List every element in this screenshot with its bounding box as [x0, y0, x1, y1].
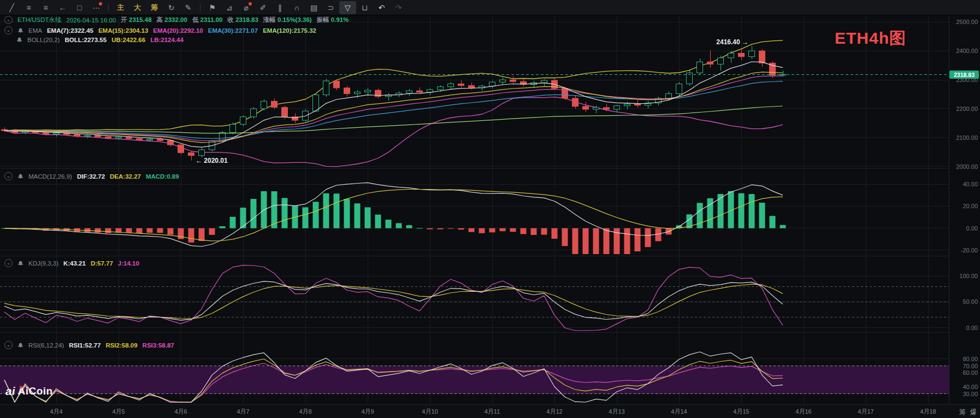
trash-icon[interactable]: ⊔	[356, 1, 373, 14]
axis-tick-label: 20.00	[963, 203, 978, 209]
open-value: 开 2315.48	[121, 16, 151, 24]
axis-tick-label: 2500.00	[956, 19, 978, 25]
draw-line-icon[interactable]: ╱	[3, 1, 20, 14]
date-label: 4月5	[112, 408, 125, 416]
corner-toggles: 筹 爆	[959, 408, 977, 417]
axis-tick-label: 40.00	[963, 181, 978, 187]
ruler-icon[interactable]: ⊿	[221, 1, 238, 14]
zoom-search-icon[interactable]: ⌀	[238, 1, 255, 14]
symbol-name[interactable]: ETH/USDT永续	[17, 16, 62, 24]
axis-tick-label: 0.00	[966, 325, 978, 331]
axis-tick-label: 30.00	[963, 391, 978, 397]
alert-bell-icon[interactable]: 🔔︎	[16, 37, 22, 43]
main-chart-button[interactable]: 主	[112, 1, 129, 14]
ema-name[interactable]: EMA	[28, 27, 42, 34]
time-axis[interactable]: 筹 爆 4月44月54月64月74月84月94月104月114月124月134月…	[0, 404, 980, 418]
date-label: 4月12	[546, 408, 562, 416]
toolbar-separator	[200, 4, 200, 11]
date-label: 4月17	[858, 408, 873, 416]
aicoin-logo: ai AiCoin	[5, 385, 53, 398]
rsi2-value: RSI2:58.09	[105, 342, 137, 349]
d-value: D:57.77	[91, 260, 113, 267]
collapse-chevron-icon[interactable]: ⌄	[4, 341, 13, 349]
axis-tick-label: 40.00	[963, 384, 978, 390]
boll-name[interactable]: BOLL(20,2)	[27, 37, 60, 43]
alert-bell-icon[interactable]: 🔔︎	[17, 173, 23, 180]
boll-lb-value: LB:2124.44	[150, 37, 184, 43]
aicoin-logo-text: AiCoin	[18, 385, 53, 397]
collapse-chevron-icon[interactable]: ⌄	[4, 26, 13, 34]
collapse-chevron-icon[interactable]: ⌄	[4, 16, 13, 24]
redo-icon[interactable]: ↷	[390, 1, 407, 14]
change-value: 涨幅 0.15%(3.36)	[263, 16, 312, 24]
macd-name[interactable]: MACD(12,26,9)	[28, 173, 72, 180]
k-value: K:43.21	[63, 260, 86, 267]
alert-bell-icon[interactable]: 🔔︎	[17, 260, 23, 267]
note-icon[interactable]: ▤	[305, 1, 322, 14]
annotate-pen-icon[interactable]: ✎	[180, 1, 197, 14]
date-label: 4月13	[609, 408, 624, 416]
drawing-toolbar: ╱≡≡←□⋯主大筹↻✎⚑⊿⌀✐∥∩▤⊃▽⊔↶↷	[0, 0, 980, 15]
notification-dot	[249, 2, 252, 5]
alert-bell-icon[interactable]: 🔔︎	[17, 27, 23, 34]
ema20-value: EMA(20):2292.10	[153, 27, 203, 34]
high-value: 高 2332.00	[157, 16, 187, 24]
ema7-value: EMA(7):2322.45	[47, 27, 93, 34]
replay-icon[interactable]: ↻	[163, 1, 180, 14]
ema120-value: EMA(120):2175.32	[263, 27, 316, 34]
kdj-name[interactable]: KDJ(9,3,3)	[28, 260, 58, 267]
bookmark-icon[interactable]: ⚑	[204, 1, 221, 14]
undo-icon[interactable]: ↶	[373, 1, 390, 14]
rsi3-value: RSI3:58.87	[143, 342, 174, 349]
more-tools-icon[interactable]: ⋯	[88, 1, 105, 14]
collapse-chevron-icon[interactable]: ⌄	[4, 259, 13, 267]
macd-value: MACD:0.89	[146, 173, 179, 180]
collapse-chevron-icon[interactable]: ⌄	[4, 172, 13, 180]
axis-tick-label: 70.00	[963, 363, 978, 369]
trend-arrow-icon[interactable]: ←	[54, 1, 71, 14]
toolbar-separator	[108, 4, 109, 11]
last-price-badge: 2318.83	[949, 70, 979, 79]
notification-dot	[99, 2, 102, 5]
date-label: 4月11	[485, 408, 500, 416]
symbol-info-row: ⌄ ETH/USDT永续 2026-04-15 16:00 开 2315.48 …	[4, 16, 349, 24]
ma-settings-icon[interactable]: ≡	[20, 1, 37, 14]
date-label: 4月16	[795, 408, 811, 416]
axis-tick-label: 50.00	[963, 298, 978, 305]
axis-tick-label: 2400.00	[956, 48, 978, 54]
macd-indicator-row: ⌄ 🔔︎ MACD(12,26,9) DIF:32.72 DEA:32.27 M…	[4, 172, 179, 180]
axis-tick-label: 100.00	[959, 273, 978, 279]
lock-icon[interactable]: ∩	[288, 1, 305, 14]
boll-mid-value: BOLL:2273.55	[64, 37, 107, 43]
ema30-value: EMA(30):2271.07	[208, 27, 258, 34]
chart-title-watermark: ETH4h图	[835, 27, 906, 50]
rsi-name[interactable]: RSI(6,12,24)	[28, 342, 64, 349]
date-label: 4月9	[361, 408, 374, 416]
axis-tick-label: 2100.00	[956, 134, 978, 141]
chip-toggle[interactable]: 筹	[959, 408, 966, 417]
aicoin-logo-mark: ai	[5, 385, 15, 398]
magnet-icon[interactable]: ⊃	[322, 1, 339, 14]
chip-distribution-button[interactable]: 筹	[146, 1, 163, 14]
alert-bell-icon[interactable]: 🔔︎	[17, 342, 23, 349]
j-value: J:14.10	[118, 260, 139, 267]
indicator-list-icon[interactable]: ≡	[37, 1, 54, 14]
chart-canvas[interactable]	[0, 0, 980, 418]
filter-icon[interactable]: ▽	[339, 1, 356, 14]
date-label: 4月10	[422, 408, 438, 416]
boll-ub-value: UB:2422.66	[111, 37, 145, 43]
date-label: 4月6	[174, 408, 187, 416]
amplitude-value: 振幅 0.91%	[317, 16, 349, 24]
close-value: 收 2318.83	[228, 16, 258, 24]
measure-icon[interactable]: ∥	[271, 1, 288, 14]
rsi1-value: RSI1:52.77	[69, 342, 101, 349]
ema15-value: EMA(15):2304.13	[98, 27, 148, 34]
burst-toggle[interactable]: 爆	[970, 408, 977, 417]
large-chart-button[interactable]: 大	[129, 1, 146, 14]
rsi-indicator-row: ⌄ 🔔︎ RSI(6,12,24) RSI1:52.77 RSI2:58.09 …	[4, 341, 174, 349]
boll-indicator-row: 🔔︎ BOLL(20,2) BOLL:2273.55 UB:2422.66 LB…	[16, 37, 184, 43]
date-label: 4月7	[237, 408, 249, 416]
eraser-icon[interactable]: ✐	[255, 1, 271, 14]
low-price-callout: ← 2020.01	[196, 157, 228, 164]
rect-tool-icon[interactable]: □	[71, 1, 88, 14]
